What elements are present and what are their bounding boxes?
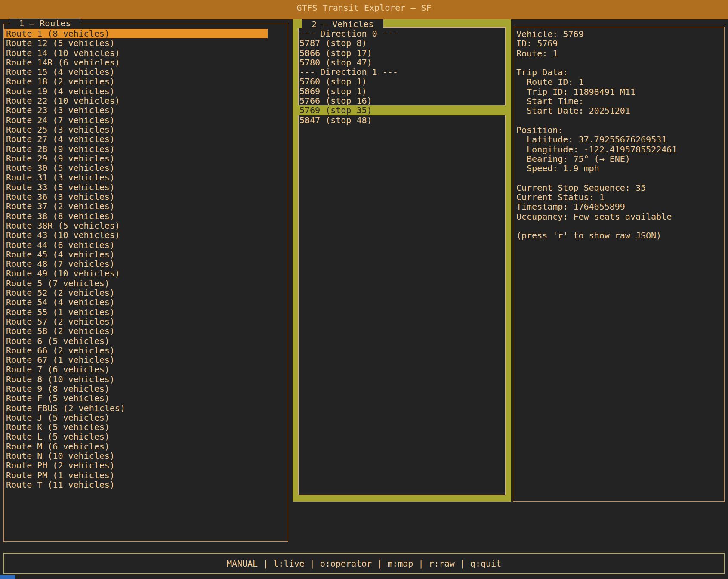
vehicle-detail-line: Route ID: 1 (513, 77, 724, 87)
route-list-item[interactable]: Route 29 (9 vehicles) (4, 154, 268, 163)
route-list-item[interactable]: Route 38 (8 vehicles) (4, 211, 268, 221)
route-list-item[interactable]: Route FBUS (2 vehicles) (4, 403, 268, 413)
vehicle-list-item[interactable]: 5866 (stop 17) (299, 48, 505, 58)
route-list-item[interactable]: Route 5 (7 vehicles) (4, 279, 268, 288)
vehicle-details-text: Vehicle: 5769ID: 5769Route: 1 Trip Data:… (513, 29, 724, 241)
route-list-item[interactable]: Route F (5 vehicles) (4, 393, 268, 403)
vehicles-list: --- Direction 0 ---5787 (stop 8)5866 (st… (299, 29, 505, 125)
status-bar-text: MANUAL | l:live | o:operator | m:map | r… (227, 558, 501, 569)
route-list-item[interactable]: Route L (5 vehicles) (4, 432, 268, 441)
route-list-item[interactable]: Route 25 (3 vehicles) (4, 125, 268, 134)
vehicle-list-item: --- Direction 1 --- (299, 67, 505, 77)
route-list-item[interactable]: Route 24 (7 vehicles) (4, 115, 268, 125)
vehicle-list-item[interactable]: 5869 (stop 1) (299, 87, 505, 96)
route-list-item[interactable]: Route K (5 vehicles) (4, 422, 268, 432)
route-list-item[interactable]: Route 38R (5 vehicles) (4, 221, 268, 230)
vehicle-detail-line: Vehicle: 5769 (513, 29, 724, 39)
screen-corner-fragment (0, 575, 15, 579)
route-list-item[interactable]: Route 14R (6 vehicles) (4, 58, 268, 67)
route-list-item[interactable]: Route N (10 vehicles) (4, 451, 268, 461)
vehicle-detail-line: (press 'r' to show raw JSON) (513, 231, 724, 240)
routes-panel: 1 – Routes Route 1 (8 vehicles)Route 12 … (3, 24, 288, 542)
vehicle-detail-line: ID: 5769 (513, 39, 724, 48)
vehicles-panel-inner-border: --- Direction 0 ---5787 (stop 8)5866 (st… (298, 27, 506, 495)
vehicle-detail-line (513, 173, 724, 183)
route-list-item[interactable]: Route 33 (5 vehicles) (4, 183, 268, 192)
route-list-item[interactable]: Route 57 (2 vehicles) (4, 317, 268, 326)
route-list-item[interactable]: Route 7 (6 vehicles) (4, 365, 268, 374)
vehicle-detail-line: Bearing: 75° (→ ENE) (513, 154, 724, 164)
route-list-item[interactable]: Route 49 (10 vehicles) (4, 269, 268, 278)
vehicle-detail-line: Timestamp: 1764655899 (513, 202, 724, 211)
vehicle-list-item[interactable]: 5769 (stop 35) (298, 105, 506, 115)
vehicle-detail-line (513, 221, 724, 231)
vehicle-details-panel: Vehicle: 5769ID: 5769Route: 1 Trip Data:… (513, 27, 725, 502)
route-list-item[interactable]: Route 9 (8 vehicles) (4, 384, 268, 393)
route-list-item[interactable]: Route 48 (7 vehicles) (4, 259, 268, 269)
title-bar: GTFS Transit Explorer – SF (0, 0, 728, 19)
status-bar: MANUAL | l:live | o:operator | m:map | r… (3, 553, 725, 574)
route-list-item[interactable]: Route 67 (1 vehicles) (4, 355, 268, 365)
vehicle-detail-line: Occupancy: Few seats available (513, 212, 724, 221)
vehicle-detail-line: Latitude: 37.79255676269531 (513, 135, 724, 144)
route-list-item[interactable]: Route 28 (9 vehicles) (4, 144, 268, 154)
route-list-item[interactable]: Route 44 (6 vehicles) (4, 240, 268, 250)
route-list-item[interactable]: Route 43 (10 vehicles) (4, 230, 268, 240)
vehicle-list-item[interactable]: 5760 (stop 1) (299, 77, 505, 86)
app-title: GTFS Transit Explorer – SF (296, 0, 431, 13)
route-list-item[interactable]: Route 52 (2 vehicles) (4, 288, 268, 297)
vehicle-list-item[interactable]: 5787 (stop 8) (299, 38, 505, 48)
route-list-item[interactable]: Route 45 (4 vehicles) (4, 250, 268, 259)
vehicle-list-item[interactable]: 5780 (stop 47) (299, 58, 505, 67)
route-list-item[interactable]: Route 37 (2 vehicles) (4, 201, 268, 211)
route-list-item[interactable]: Route 58 (2 vehicles) (4, 326, 268, 336)
route-list-item[interactable]: Route 54 (4 vehicles) (4, 297, 268, 307)
route-list-item[interactable]: Route 8 (10 vehicles) (4, 375, 268, 384)
route-list-item[interactable]: Route 27 (4 vehicles) (4, 134, 268, 144)
vehicle-detail-line (513, 116, 724, 125)
vehicle-detail-line: Position: (513, 125, 724, 135)
route-list-item[interactable]: Route 19 (4 vehicles) (4, 87, 268, 96)
route-list-item[interactable]: Route 15 (4 vehicles) (4, 67, 268, 77)
vehicle-detail-line: Start Date: 20251201 (513, 106, 724, 115)
route-list-item[interactable]: Route 22 (10 vehicles) (4, 96, 268, 105)
vehicle-list-item: --- Direction 0 --- (299, 29, 505, 38)
vehicle-list-item[interactable]: 5847 (stop 48) (299, 115, 505, 125)
terminal-screen: GTFS Transit Explorer – SF 1 – Routes Ro… (0, 0, 728, 579)
route-list-item[interactable]: Route 14 (10 vehicles) (4, 48, 268, 58)
route-list-item[interactable]: Route PM (1 vehicles) (4, 471, 268, 480)
vehicle-detail-line: Trip ID: 11898491_M11 (513, 87, 724, 96)
vehicle-detail-line: Route: 1 (513, 49, 724, 58)
vehicle-detail-line (513, 58, 724, 68)
route-list-item[interactable]: Route T (11 vehicles) (4, 480, 268, 489)
route-list-item[interactable]: Route 30 (5 vehicles) (4, 163, 268, 173)
route-list-item[interactable]: Route 66 (2 vehicles) (4, 346, 268, 355)
route-list-item[interactable]: Route PH (2 vehicles) (4, 461, 268, 470)
vehicle-detail-line: Longitude: -122.4195785522461 (513, 145, 724, 154)
route-list-item[interactable]: Route M (6 vehicles) (4, 442, 268, 451)
vehicle-detail-line: Trip Data: (513, 68, 724, 77)
vehicle-detail-line: Start Time: (513, 96, 724, 106)
route-list-item[interactable]: Route J (5 vehicles) (4, 413, 268, 422)
route-list-item[interactable]: Route 36 (3 vehicles) (4, 192, 268, 201)
vehicle-list-item[interactable]: 5766 (stop 16) (299, 96, 505, 105)
route-list-item[interactable]: Route 18 (2 vehicles) (4, 77, 268, 86)
route-list-item[interactable]: Route 6 (5 vehicles) (4, 336, 268, 346)
route-list-item[interactable]: Route 1 (8 vehicles) (4, 29, 268, 38)
vehicle-detail-line: Speed: 1.9 mph (513, 164, 724, 173)
active-panel-corner (293, 19, 303, 28)
route-list-item[interactable]: Route 23 (3 vehicles) (4, 105, 268, 115)
vehicle-detail-line: Current Stop Sequence: 35 (513, 183, 724, 192)
routes-panel-title: 1 – Routes (9, 19, 80, 28)
route-list-item[interactable]: Route 55 (1 vehicles) (4, 307, 268, 317)
route-list-item[interactable]: Route 31 (3 vehicles) (4, 173, 268, 182)
routes-list: Route 1 (8 vehicles)Route 12 (5 vehicles… (4, 29, 280, 489)
route-list-item[interactable]: Route 12 (5 vehicles) (4, 38, 268, 48)
vehicle-detail-line: Current Status: 1 (513, 192, 724, 202)
vehicles-panel-title: 2 – Vehicles (302, 19, 383, 29)
vehicles-panel: 2 – Vehicles --- Direction 0 ---5787 (st… (293, 19, 511, 502)
